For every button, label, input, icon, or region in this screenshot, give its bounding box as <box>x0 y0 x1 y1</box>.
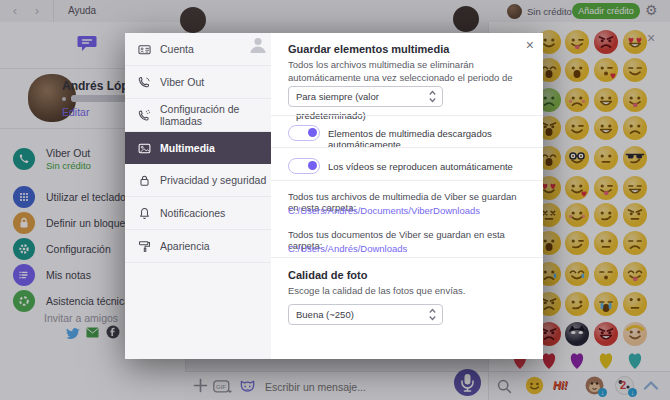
photo-quality-select[interactable]: Buena (~250) <box>288 304 443 325</box>
photo-quality-value: Buena (~250) <box>296 309 354 320</box>
settings-menu: CuentaViber OutConfiguración de llamadas… <box>125 33 272 359</box>
settings-menu-item-multimedia[interactable]: Multimedia <box>125 132 271 164</box>
settings-menu-item-viber-out[interactable]: Viber Out <box>125 66 271 99</box>
close-icon[interactable]: × <box>526 37 534 53</box>
settings-menu-item-label: Viber Out <box>160 76 204 88</box>
lock-icon <box>138 174 151 187</box>
auto-download-toggle[interactable] <box>288 125 320 141</box>
settings-menu-item-label: Notificaciones <box>160 207 225 219</box>
settings-menu-item-label: Cuenta <box>160 43 194 55</box>
settings-menu-item-label: Apariencia <box>160 240 210 252</box>
settings-menu-item-label: Multimedia <box>160 142 215 154</box>
settings-menu-item-label: Configuración de llamadas <box>160 103 271 127</box>
viber-app-window: ‹ › Ayuda Sin crédito Añadir crédito ⚙ A… <box>0 0 670 400</box>
settings-menu-item-label: Privacidad y seguridad <box>160 174 266 186</box>
retention-select[interactable]: Para siempre (valor predeterminado) <box>288 86 443 107</box>
settings-dialog: CuentaViber OutConfiguración de llamadas… <box>125 33 543 359</box>
settings-menu-item-configuraci-n-de-llamadas[interactable]: Configuración de llamadas <box>125 99 271 132</box>
bell-icon <box>138 207 151 220</box>
autoplay-videos-toggle[interactable] <box>288 158 320 174</box>
divider <box>271 147 543 148</box>
autoplay-videos-label: Los vídeos se reproducen automáticamente <box>328 161 533 172</box>
settings-menu-item-notificaciones[interactable]: Notificaciones <box>125 197 271 230</box>
retention-select-value: Para siempre (valor predeterminado) <box>296 91 379 121</box>
section-title: Guardar elementos multimedia <box>288 43 449 55</box>
divider <box>271 257 543 258</box>
media-icon <box>138 142 151 155</box>
media-folder-link[interactable]: C:/Users/Andrés/Documents/ViberDownloads <box>288 205 480 216</box>
phone-gear-icon <box>138 109 151 122</box>
contact-placeholder-icon <box>248 35 268 55</box>
phone-icon <box>138 76 151 89</box>
settings-menu-item-privacidad-y-seguridad[interactable]: Privacidad y seguridad <box>125 164 271 197</box>
select-stepper-icon <box>429 90 436 103</box>
card-icon <box>138 43 151 56</box>
divider <box>271 115 543 116</box>
photo-quality-title: Calidad de foto <box>288 269 367 281</box>
settings-panel: × Guardar elementos multimedia Todos los… <box>271 33 543 359</box>
settings-menu-item-apariencia[interactable]: Apariencia <box>125 230 271 263</box>
docs-folder-link[interactable]: C:/Users/Andrés/Downloads <box>288 243 407 254</box>
paint-icon <box>138 240 151 253</box>
photo-quality-description: Escoge la calidad de las fotos que envía… <box>288 285 526 298</box>
select-stepper-icon <box>429 308 436 321</box>
divider <box>271 180 543 181</box>
